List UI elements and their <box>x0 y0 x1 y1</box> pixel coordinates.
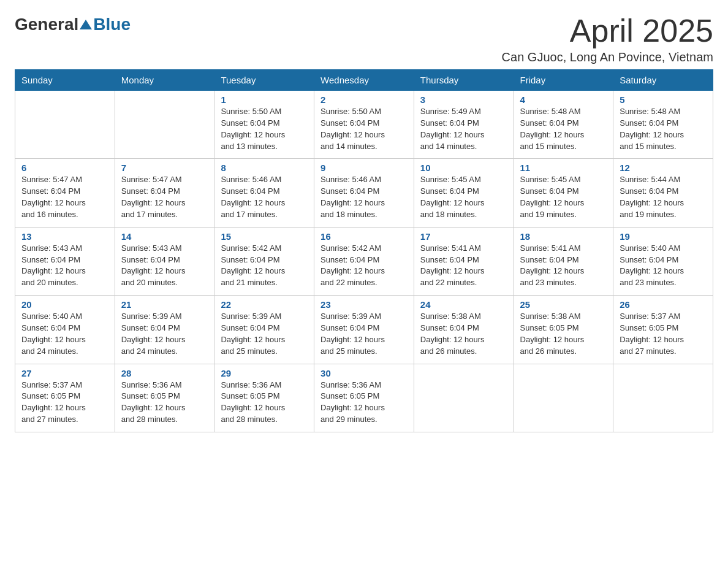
calendar-header-friday: Friday <box>514 70 613 91</box>
day-number: 24 <box>420 299 507 310</box>
logo-triangle-icon <box>80 20 92 29</box>
day-number: 21 <box>121 299 208 310</box>
day-number: 26 <box>620 299 707 310</box>
calendar-week-row: 1Sunrise: 5:50 AM Sunset: 6:04 PM Daylig… <box>15 91 713 159</box>
day-info: Sunrise: 5:42 AM Sunset: 6:04 PM Dayligh… <box>221 243 308 289</box>
day-number: 30 <box>320 368 408 378</box>
calendar-cell: 13Sunrise: 5:43 AM Sunset: 6:04 PM Dayli… <box>15 227 115 295</box>
day-number: 4 <box>520 94 607 105</box>
day-number: 17 <box>420 231 507 242</box>
day-info: Sunrise: 5:40 AM Sunset: 6:04 PM Dayligh… <box>620 243 707 289</box>
day-info: Sunrise: 5:48 AM Sunset: 6:04 PM Dayligh… <box>620 106 707 152</box>
day-info: Sunrise: 5:46 AM Sunset: 6:04 PM Dayligh… <box>221 174 308 220</box>
calendar-cell: 23Sunrise: 5:39 AM Sunset: 6:04 PM Dayli… <box>314 296 414 364</box>
calendar-header-saturday: Saturday <box>613 70 713 91</box>
calendar-cell: 26Sunrise: 5:37 AM Sunset: 6:05 PM Dayli… <box>613 296 713 364</box>
calendar-cell: 3Sunrise: 5:49 AM Sunset: 6:04 PM Daylig… <box>414 91 514 159</box>
calendar-cell: 18Sunrise: 5:41 AM Sunset: 6:04 PM Dayli… <box>514 227 613 295</box>
day-info: Sunrise: 5:50 AM Sunset: 6:04 PM Dayligh… <box>320 106 408 152</box>
location-text: Can GJuoc, Long An Povince, Vietnam <box>502 50 713 64</box>
day-number: 19 <box>620 231 707 242</box>
calendar-cell: 10Sunrise: 5:45 AM Sunset: 6:04 PM Dayli… <box>414 159 514 227</box>
calendar-cell: 9Sunrise: 5:46 AM Sunset: 6:04 PM Daylig… <box>314 159 414 227</box>
calendar-cell: 17Sunrise: 5:41 AM Sunset: 6:04 PM Dayli… <box>414 227 514 295</box>
calendar-cell: 1Sunrise: 5:50 AM Sunset: 6:04 PM Daylig… <box>214 91 314 159</box>
day-info: Sunrise: 5:41 AM Sunset: 6:04 PM Dayligh… <box>520 243 607 289</box>
calendar-cell: 8Sunrise: 5:46 AM Sunset: 6:04 PM Daylig… <box>214 159 314 227</box>
day-info: Sunrise: 5:42 AM Sunset: 6:04 PM Dayligh… <box>320 243 408 289</box>
day-number: 8 <box>221 163 308 173</box>
day-info: Sunrise: 5:36 AM Sunset: 6:05 PM Dayligh… <box>320 380 408 426</box>
day-number: 15 <box>221 231 308 242</box>
day-number: 9 <box>320 163 408 173</box>
day-number: 27 <box>21 368 108 378</box>
day-number: 6 <box>21 163 108 173</box>
calendar-cell: 29Sunrise: 5:36 AM Sunset: 6:05 PM Dayli… <box>214 364 314 432</box>
day-info: Sunrise: 5:47 AM Sunset: 6:04 PM Dayligh… <box>21 174 108 220</box>
calendar-cell: 6Sunrise: 5:47 AM Sunset: 6:04 PM Daylig… <box>15 159 115 227</box>
day-info: Sunrise: 5:40 AM Sunset: 6:04 PM Dayligh… <box>21 311 108 357</box>
calendar-cell <box>115 91 214 159</box>
calendar-cell: 15Sunrise: 5:42 AM Sunset: 6:04 PM Dayli… <box>214 227 314 295</box>
day-number: 2 <box>320 94 408 105</box>
day-info: Sunrise: 5:50 AM Sunset: 6:04 PM Dayligh… <box>221 106 308 152</box>
day-info: Sunrise: 5:39 AM Sunset: 6:04 PM Dayligh… <box>121 311 208 357</box>
logo: General Blue <box>15 15 131 34</box>
calendar-cell: 25Sunrise: 5:38 AM Sunset: 6:05 PM Dayli… <box>514 296 613 364</box>
calendar-week-row: 6Sunrise: 5:47 AM Sunset: 6:04 PM Daylig… <box>15 159 713 227</box>
calendar-cell: 2Sunrise: 5:50 AM Sunset: 6:04 PM Daylig… <box>314 91 414 159</box>
day-info: Sunrise: 5:43 AM Sunset: 6:04 PM Dayligh… <box>21 243 108 289</box>
logo-general-text: General <box>15 15 78 34</box>
calendar-week-row: 13Sunrise: 5:43 AM Sunset: 6:04 PM Dayli… <box>15 227 713 295</box>
calendar-cell: 20Sunrise: 5:40 AM Sunset: 6:04 PM Dayli… <box>15 296 115 364</box>
calendar-cell <box>15 91 115 159</box>
calendar-header-thursday: Thursday <box>414 70 514 91</box>
calendar-cell: 4Sunrise: 5:48 AM Sunset: 6:04 PM Daylig… <box>514 91 613 159</box>
calendar-cell: 30Sunrise: 5:36 AM Sunset: 6:05 PM Dayli… <box>314 364 414 432</box>
day-info: Sunrise: 5:48 AM Sunset: 6:04 PM Dayligh… <box>520 106 607 152</box>
day-number: 12 <box>620 163 707 173</box>
day-number: 28 <box>121 368 208 378</box>
day-info: Sunrise: 5:37 AM Sunset: 6:05 PM Dayligh… <box>620 311 707 357</box>
title-block: April 2025 Can GJuoc, Long An Povince, V… <box>502 15 713 64</box>
day-info: Sunrise: 5:39 AM Sunset: 6:04 PM Dayligh… <box>221 311 308 357</box>
day-info: Sunrise: 5:39 AM Sunset: 6:04 PM Dayligh… <box>320 311 408 357</box>
day-number: 16 <box>320 231 408 242</box>
day-info: Sunrise: 5:44 AM Sunset: 6:04 PM Dayligh… <box>620 174 707 220</box>
calendar-cell: 11Sunrise: 5:45 AM Sunset: 6:04 PM Dayli… <box>514 159 613 227</box>
calendar-cell: 27Sunrise: 5:37 AM Sunset: 6:05 PM Dayli… <box>15 364 115 432</box>
day-info: Sunrise: 5:38 AM Sunset: 6:04 PM Dayligh… <box>420 311 507 357</box>
day-info: Sunrise: 5:43 AM Sunset: 6:04 PM Dayligh… <box>121 243 208 289</box>
calendar-cell: 28Sunrise: 5:36 AM Sunset: 6:05 PM Dayli… <box>115 364 214 432</box>
calendar-header-monday: Monday <box>115 70 214 91</box>
day-info: Sunrise: 5:36 AM Sunset: 6:05 PM Dayligh… <box>121 380 208 426</box>
calendar-header-wednesday: Wednesday <box>314 70 414 91</box>
day-number: 13 <box>21 231 108 242</box>
calendar-cell <box>514 364 613 432</box>
calendar-cell <box>414 364 514 432</box>
day-number: 20 <box>21 299 108 310</box>
day-info: Sunrise: 5:38 AM Sunset: 6:05 PM Dayligh… <box>520 311 607 357</box>
calendar-cell <box>613 364 713 432</box>
day-number: 10 <box>420 163 507 173</box>
day-info: Sunrise: 5:37 AM Sunset: 6:05 PM Dayligh… <box>21 380 108 426</box>
day-info: Sunrise: 5:47 AM Sunset: 6:04 PM Dayligh… <box>121 174 208 220</box>
calendar-cell: 5Sunrise: 5:48 AM Sunset: 6:04 PM Daylig… <box>613 91 713 159</box>
calendar-cell: 12Sunrise: 5:44 AM Sunset: 6:04 PM Dayli… <box>613 159 713 227</box>
month-title: April 2025 <box>502 15 713 47</box>
day-number: 11 <box>520 163 607 173</box>
day-number: 18 <box>520 231 607 242</box>
day-info: Sunrise: 5:49 AM Sunset: 6:04 PM Dayligh… <box>420 106 507 152</box>
day-number: 3 <box>420 94 507 105</box>
calendar-week-row: 20Sunrise: 5:40 AM Sunset: 6:04 PM Dayli… <box>15 296 713 364</box>
day-number: 23 <box>320 299 408 310</box>
calendar-header-sunday: Sunday <box>15 70 115 91</box>
logo-blue-text: Blue <box>93 15 131 34</box>
day-number: 29 <box>221 368 308 378</box>
day-number: 1 <box>221 94 308 105</box>
day-number: 7 <box>121 163 208 173</box>
calendar-cell: 16Sunrise: 5:42 AM Sunset: 6:04 PM Dayli… <box>314 227 414 295</box>
calendar-cell: 24Sunrise: 5:38 AM Sunset: 6:04 PM Dayli… <box>414 296 514 364</box>
day-info: Sunrise: 5:45 AM Sunset: 6:04 PM Dayligh… <box>520 174 607 220</box>
day-info: Sunrise: 5:36 AM Sunset: 6:05 PM Dayligh… <box>221 380 308 426</box>
